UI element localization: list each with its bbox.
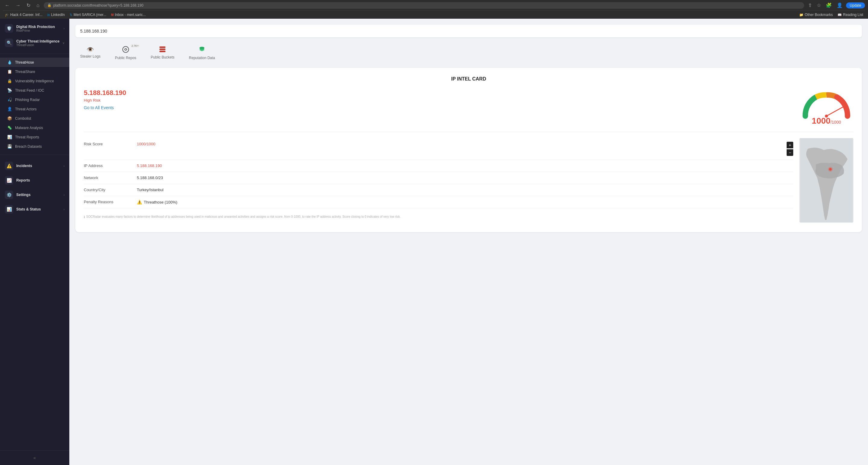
svg-rect-1: [159, 47, 165, 48]
detail-label-penalty: Penalty Reasons: [84, 200, 132, 204]
tab-label-public-buckets: Public Buckets: [151, 55, 175, 59]
go-to-all-events-link[interactable]: Go to All Events: [84, 105, 114, 110]
sidebar-incidents-left: ⚠️ Incidents: [5, 162, 32, 170]
tab-label-reputation-data: Reputation Data: [189, 56, 215, 60]
footer-note-text: SOCRadar evaluates many factors to deter…: [86, 214, 401, 219]
browser-actions: ⇧ ☆ 🧩 👤 Update: [807, 2, 865, 9]
svg-point-6: [199, 49, 204, 51]
zoom-in-button[interactable]: +: [786, 142, 793, 148]
cti-chevron: ∨: [62, 41, 64, 45]
tab-reputation-data[interactable]: Reputation Data: [185, 43, 219, 63]
risk-protection-icon: 🛡️: [5, 24, 13, 33]
detail-row-risk-score: Risk Score 1000/1000 + −: [84, 138, 793, 160]
forward-button[interactable]: →: [14, 2, 22, 9]
address-bar[interactable]: 🔒 platform.socradar.com/threathose?query…: [44, 2, 804, 9]
sidebar-item-stats[interactable]: 📊 Stats & Status ›: [0, 202, 69, 216]
bookmark-icon-folder: 📁: [799, 13, 804, 17]
bookmark-reading-list[interactable]: 📖 Reading List: [836, 12, 865, 18]
svg-rect-3: [159, 51, 165, 52]
sidebar-item-risk-left: 🛡️ Digital Risk Protection RiskPrime: [5, 24, 55, 33]
tab-public-repos[interactable]: 2.7K+ Public Repos: [111, 43, 140, 63]
bookmark-linkedin[interactable]: in LinkedIn: [45, 12, 67, 18]
sidebar-item-breach-datasets[interactable]: 💾 Breach Datasets: [0, 142, 69, 151]
sidebar-item-malware-analysis[interactable]: 🦠 Malware Analysis: [0, 123, 69, 133]
bookmark-twitter[interactable]: 𝕏 Mert SARICA (mer...: [68, 12, 108, 18]
gauge-container: 1000/1000: [799, 89, 854, 126]
sidebar-item-phishing-radar[interactable]: 🎣 Phishing Radar: [0, 95, 69, 104]
bookmark-label-reading: Reading List: [843, 13, 863, 17]
update-button[interactable]: Update: [846, 2, 865, 8]
tab-stealer-logs[interactable]: 👁️ Stealer Logs: [76, 43, 104, 63]
sidebar-bottom-section: ⚠️ Incidents › 📈 Reports ⚙️ Settings ›: [0, 156, 69, 219]
detail-row-country-city: Country/City Turkey/Istanbul: [84, 184, 793, 196]
sidebar-item-threat-actors[interactable]: 👤 Threat Actors: [0, 104, 69, 114]
reports-icon: 📈: [5, 176, 13, 184]
intel-card-title: IP INTEL CARD: [84, 76, 854, 82]
sidebar-item-risk-protection[interactable]: 🛡️ Digital Risk Protection RiskPrime ›: [0, 21, 69, 36]
bookmark-label-other: Other Bookmarks: [805, 13, 833, 17]
gauge-score-main: 1000: [812, 116, 830, 125]
map-container: [799, 138, 854, 224]
browser-toolbar: ← → ↻ ⌂ 🔒 platform.socradar.com/threatho…: [3, 2, 865, 9]
bookmark-button[interactable]: ☆: [815, 2, 823, 9]
sidebar-item-threathose[interactable]: 💧 ThreatHose: [0, 58, 69, 67]
share-button[interactable]: ⇧: [807, 2, 813, 9]
sidebar-item-reports[interactable]: 📈 Reports: [0, 173, 69, 187]
sidebar-item-combolist[interactable]: 📦 Combolist: [0, 114, 69, 123]
sidebar-cti-label: Cyber Threat Intelligence: [16, 39, 59, 43]
details-layout: Risk Score 1000/1000 + − IP Address 5.18…: [84, 138, 854, 224]
map-svg: [799, 138, 854, 223]
detail-row-network: Network 5.188.168.0/23: [84, 172, 793, 184]
sidebar-item-threatshare[interactable]: 📋 ThreatShare: [0, 67, 69, 76]
reload-button[interactable]: ↻: [25, 2, 32, 9]
url-host: platform.socradar.com/: [53, 3, 90, 7]
combolist-icon: 📦: [7, 116, 12, 121]
bookmark-other[interactable]: 📁 Other Bookmarks: [798, 12, 835, 18]
home-button[interactable]: ⌂: [35, 2, 41, 9]
sidebar-item-threat-reports[interactable]: 📊 Threat Reports: [0, 133, 69, 142]
sidebar-stats-left: 📊 Stats & Status: [5, 205, 41, 213]
sidebar-divider-1: [0, 54, 69, 54]
profile-button[interactable]: 👤: [835, 2, 844, 9]
reputation-data-icon: [198, 46, 206, 55]
browser-chrome: ← → ↻ ⌂ 🔒 platform.socradar.com/threatho…: [0, 0, 868, 19]
bookmark-gmail[interactable]: M Inbox - mert.saric...: [110, 12, 148, 18]
sidebar-incidents-label: Incidents: [16, 164, 32, 168]
detail-label-ip-address: IP Address: [84, 164, 132, 168]
sidebar-item-vuln-intel[interactable]: 🔒 Vulnerability Intelligence: [0, 76, 69, 86]
extension-button[interactable]: 🧩: [824, 2, 833, 9]
bookmark-hack4career[interactable]: 🎓 Hack 4 Career. Inf...: [3, 12, 44, 18]
bookmark-icon-reading: 📖: [838, 13, 842, 17]
info-icon: ℹ: [84, 215, 85, 219]
bookmarks-bar: 🎓 Hack 4 Career. Inf... in LinkedIn 𝕏 Me…: [3, 10, 865, 19]
bookmark-icon-gmail: M: [111, 13, 114, 17]
detail-label-network: Network: [84, 175, 132, 180]
stats-chevron: ›: [64, 208, 64, 211]
bookmark-label-linkedin: LinkedIn: [51, 13, 65, 17]
cti-icon: 🔍: [5, 38, 13, 47]
sidebar-top-section: 🛡️ Digital Risk Protection RiskPrime › 🔍…: [0, 19, 69, 53]
threatshare-icon: 📋: [7, 69, 12, 74]
sidebar-label-malware-analysis: Malware Analysis: [15, 126, 43, 130]
vuln-intel-icon: 🔒: [7, 79, 12, 83]
zoom-out-button[interactable]: −: [786, 149, 793, 156]
sidebar-item-threat-feed[interactable]: 📡 Threat Feed / IOC: [0, 86, 69, 95]
sidebar-label-threat-feed: Threat Feed / IOC: [15, 88, 44, 93]
sidebar-item-settings[interactable]: ⚙️ Settings ›: [0, 187, 69, 202]
sidebar-label-combolist: Combolist: [15, 116, 31, 121]
bookmarks-right: 📁 Other Bookmarks 📖 Reading List: [798, 12, 865, 18]
sidebar: 🛡️ Digital Risk Protection RiskPrime › 🔍…: [0, 19, 69, 465]
sidebar-item-cti[interactable]: 🔍 Cyber Threat Intelligence ThreatFusion…: [0, 36, 69, 50]
intel-card-left: 5.188.168.190 High Risk Go to All Events: [84, 89, 793, 126]
search-input[interactable]: [80, 29, 857, 33]
bookmark-icon-hack4career: 🎓: [5, 13, 9, 17]
breach-datasets-icon: 💾: [7, 144, 12, 149]
sidebar-item-incidents[interactable]: ⚠️ Incidents ›: [0, 158, 69, 173]
collapse-button[interactable]: «: [2, 453, 67, 463]
threat-reports-icon: 📊: [7, 135, 12, 139]
back-button[interactable]: ←: [3, 2, 11, 9]
tab-public-buckets[interactable]: Public Buckets: [147, 43, 178, 63]
search-container: [75, 25, 862, 37]
svg-line-7: [827, 107, 844, 116]
incidents-chevron: ›: [64, 164, 64, 168]
